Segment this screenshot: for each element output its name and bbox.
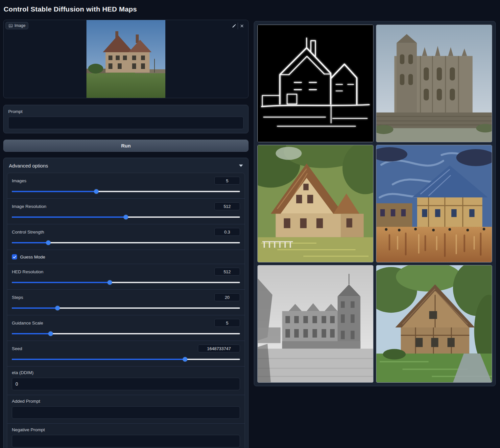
clear-image-button[interactable] [238, 23, 246, 29]
negative-prompt-input[interactable] [12, 435, 240, 447]
guess-mode-label: Guess Mode [20, 255, 45, 259]
uploaded-house-image[interactable] [86, 20, 165, 98]
image-resolution-value[interactable]: 512 [214, 202, 240, 210]
seed-slider-handle[interactable] [183, 357, 187, 362]
gallery-grid [257, 25, 492, 383]
added-prompt-row: Added Prompt [7, 395, 245, 423]
hed-resolution-row: HED Resolution 512 [7, 264, 245, 289]
guidance-scale-label: Guidance Scale [12, 321, 43, 325]
gallery-item-generated-house-painting[interactable] [257, 145, 373, 262]
accordion-arrow-icon [239, 165, 243, 167]
negative-prompt-label: Negative Prompt [12, 427, 240, 432]
prompt-input[interactable] [8, 117, 244, 129]
run-button[interactable]: Run [3, 140, 249, 152]
input-image-panel: Image [3, 20, 249, 98]
close-icon [240, 24, 244, 28]
images-row: Images 5 [7, 173, 245, 198]
image-resolution-slider[interactable] [12, 214, 240, 220]
app-page: Control Stable Diffusion with HED Maps I… [0, 0, 500, 448]
guidance-scale-slider-handle[interactable] [48, 331, 53, 336]
advanced-options-label: Advanced options [9, 163, 48, 168]
right-column [254, 21, 496, 448]
prompt-label: Prompt [8, 109, 244, 114]
gallery-item-hed-edge-map[interactable] [257, 25, 373, 142]
image-resolution-label: Image Resolution [12, 204, 46, 209]
image-resolution-slider-handle[interactable] [124, 215, 128, 219]
advanced-options-header[interactable]: Advanced options [4, 158, 248, 173]
steps-slider[interactable] [12, 305, 240, 311]
gallery-item-generated-grayscale-building[interactable] [257, 265, 373, 383]
gallery-item-generated-rustic-house[interactable] [376, 265, 492, 383]
seed-label: Seed [12, 346, 22, 351]
guess-mode-row: Guess Mode [7, 250, 245, 264]
control-strength-value[interactable]: 0.3 [214, 228, 240, 236]
images-slider[interactable] [12, 189, 240, 194]
page-title: Control Stable Diffusion with HED Maps [4, 5, 249, 13]
steps-row: Steps 20 [7, 289, 245, 315]
hed-resolution-label: HED Resolution [12, 269, 43, 274]
guidance-scale-value[interactable]: 5 [214, 319, 240, 327]
steps-label: Steps [12, 295, 23, 300]
images-value[interactable]: 5 [214, 177, 240, 185]
pencil-icon [232, 24, 236, 28]
check-icon [13, 255, 16, 259]
guess-mode-checkbox[interactable] [12, 254, 17, 259]
gallery-item-generated-stylized-house[interactable] [376, 145, 492, 262]
added-prompt-input[interactable] [12, 406, 240, 419]
images-label: Images [12, 178, 26, 183]
hed-resolution-slider[interactable] [12, 280, 240, 285]
eta-label: eta (DDIM) [12, 370, 240, 375]
edit-image-button[interactable] [230, 23, 238, 29]
image-resolution-row: Image Resolution 512 [7, 198, 245, 224]
output-gallery [254, 21, 496, 386]
guidance-scale-slider[interactable] [12, 331, 240, 336]
hed-resolution-slider-handle[interactable] [107, 280, 112, 285]
advanced-options-accordion: Advanced options Images 5 [3, 158, 249, 448]
left-column: Control Stable Diffusion with HED Maps I… [3, 0, 249, 448]
control-strength-label: Control Strength [12, 230, 44, 235]
eta-input[interactable] [12, 378, 240, 390]
added-prompt-label: Added Prompt [12, 399, 240, 404]
image-label: Image [14, 23, 25, 28]
image-label-chip: Image [6, 22, 28, 29]
negative-prompt-row: Negative Prompt [7, 423, 245, 448]
advanced-form: Images 5 Image Resolution 512 [7, 173, 245, 448]
image-icon [9, 24, 13, 28]
seed-value[interactable]: 1648733747 [198, 345, 240, 352]
steps-value[interactable]: 20 [214, 293, 240, 301]
seed-slider[interactable] [12, 357, 240, 362]
steps-slider-handle[interactable] [55, 306, 60, 310]
images-slider-handle[interactable] [94, 189, 99, 194]
prompt-panel: Prompt [3, 105, 249, 133]
eta-row: eta (DDIM) [7, 366, 245, 395]
hed-resolution-value[interactable]: 512 [214, 268, 240, 276]
seed-row: Seed 1648733747 [7, 341, 245, 366]
guidance-scale-row: Guidance Scale 5 [7, 315, 245, 341]
control-strength-slider[interactable] [12, 240, 240, 245]
control-strength-slider-handle[interactable] [46, 240, 51, 245]
image-toolbar [230, 23, 246, 29]
control-strength-row: Control Strength 0.3 [7, 224, 245, 250]
main-layout: Control Stable Diffusion with HED Maps I… [0, 0, 500, 448]
gallery-item-generated-cathedral[interactable] [376, 25, 492, 142]
